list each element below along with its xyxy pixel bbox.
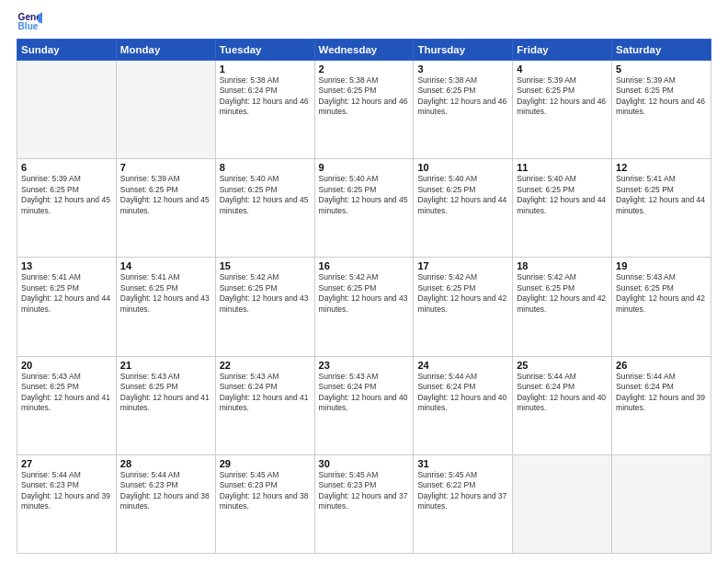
day-detail: Sunrise: 5:42 AM Sunset: 6:25 PM Dayligh… — [517, 272, 608, 315]
day-number: 20 — [21, 360, 112, 371]
day-cell: 22Sunrise: 5:43 AM Sunset: 6:24 PM Dayli… — [215, 356, 314, 454]
day-cell: 11Sunrise: 5:40 AM Sunset: 6:25 PM Dayli… — [513, 159, 612, 258]
day-cell — [116, 61, 215, 159]
day-number: 27 — [21, 458, 112, 469]
day-cell: 1Sunrise: 5:38 AM Sunset: 6:24 PM Daylig… — [215, 61, 314, 159]
day-cell: 19Sunrise: 5:43 AM Sunset: 6:25 PM Dayli… — [612, 258, 711, 356]
day-detail: Sunrise: 5:45 AM Sunset: 6:22 PM Dayligh… — [417, 470, 508, 512]
calendar-table: SundayMondayTuesdayWednesdayThursdayFrid… — [17, 39, 711, 554]
day-detail: Sunrise: 5:43 AM Sunset: 6:25 PM Dayligh… — [21, 372, 112, 414]
day-number: 4 — [517, 63, 608, 75]
day-number: 25 — [517, 360, 608, 371]
day-cell: 3Sunrise: 5:38 AM Sunset: 6:25 PM Daylig… — [414, 61, 513, 159]
day-cell: 15Sunrise: 5:42 AM Sunset: 6:25 PM Dayli… — [215, 258, 314, 356]
day-cell: 17Sunrise: 5:42 AM Sunset: 6:25 PM Dayli… — [414, 258, 513, 356]
day-number: 22 — [220, 360, 311, 371]
day-cell: 5Sunrise: 5:39 AM Sunset: 6:25 PM Daylig… — [612, 61, 711, 159]
day-detail: Sunrise: 5:38 AM Sunset: 6:25 PM Dayligh… — [417, 75, 508, 118]
day-number: 2 — [319, 63, 410, 75]
day-cell: 18Sunrise: 5:42 AM Sunset: 6:25 PM Dayli… — [513, 258, 612, 356]
day-number: 17 — [417, 260, 508, 271]
day-number: 31 — [417, 458, 508, 469]
day-detail: Sunrise: 5:44 AM Sunset: 6:23 PM Dayligh… — [120, 470, 211, 512]
day-detail: Sunrise: 5:41 AM Sunset: 6:25 PM Dayligh… — [616, 174, 707, 216]
day-detail: Sunrise: 5:44 AM Sunset: 6:24 PM Dayligh… — [616, 372, 707, 414]
day-detail: Sunrise: 5:42 AM Sunset: 6:25 PM Dayligh… — [417, 272, 508, 315]
weekday-header-tuesday: Tuesday — [215, 40, 314, 61]
day-cell: 21Sunrise: 5:43 AM Sunset: 6:25 PM Dayli… — [116, 356, 215, 454]
weekday-header-sunday: Sunday — [17, 40, 117, 61]
day-detail: Sunrise: 5:39 AM Sunset: 6:25 PM Dayligh… — [517, 75, 608, 118]
day-detail: Sunrise: 5:45 AM Sunset: 6:23 PM Dayligh… — [319, 470, 410, 512]
day-detail: Sunrise: 5:40 AM Sunset: 6:25 PM Dayligh… — [517, 174, 608, 216]
day-cell — [17, 61, 117, 159]
day-cell: 8Sunrise: 5:40 AM Sunset: 6:25 PM Daylig… — [215, 159, 314, 258]
day-detail: Sunrise: 5:43 AM Sunset: 6:24 PM Dayligh… — [319, 372, 410, 414]
day-number: 1 — [220, 63, 311, 75]
week-row-1: 1Sunrise: 5:38 AM Sunset: 6:24 PM Daylig… — [17, 61, 711, 159]
day-detail: Sunrise: 5:39 AM Sunset: 6:25 PM Dayligh… — [120, 174, 211, 216]
day-number: 14 — [120, 260, 211, 271]
day-detail: Sunrise: 5:44 AM Sunset: 6:23 PM Dayligh… — [21, 470, 112, 512]
day-cell: 30Sunrise: 5:45 AM Sunset: 6:23 PM Dayli… — [314, 454, 414, 553]
day-cell: 29Sunrise: 5:45 AM Sunset: 6:23 PM Dayli… — [215, 454, 314, 553]
day-detail: Sunrise: 5:38 AM Sunset: 6:25 PM Dayligh… — [319, 75, 410, 118]
day-cell: 13Sunrise: 5:41 AM Sunset: 6:25 PM Dayli… — [17, 258, 117, 356]
day-cell: 26Sunrise: 5:44 AM Sunset: 6:24 PM Dayli… — [612, 356, 711, 454]
weekday-header-monday: Monday — [116, 40, 215, 61]
day-detail: Sunrise: 5:43 AM Sunset: 6:25 PM Dayligh… — [120, 372, 211, 414]
day-number: 26 — [616, 360, 707, 371]
day-detail: Sunrise: 5:41 AM Sunset: 6:25 PM Dayligh… — [21, 272, 112, 315]
weekday-header-thursday: Thursday — [414, 40, 513, 61]
day-cell: 24Sunrise: 5:44 AM Sunset: 6:24 PM Dayli… — [414, 356, 513, 454]
day-number: 9 — [319, 162, 410, 173]
day-detail: Sunrise: 5:42 AM Sunset: 6:25 PM Dayligh… — [220, 272, 311, 315]
day-detail: Sunrise: 5:41 AM Sunset: 6:25 PM Dayligh… — [120, 272, 211, 315]
logo-icon: General Blue — [17, 9, 42, 35]
day-cell — [513, 454, 612, 553]
day-cell: 27Sunrise: 5:44 AM Sunset: 6:23 PM Dayli… — [17, 454, 117, 553]
day-cell — [612, 454, 711, 553]
day-cell: 2Sunrise: 5:38 AM Sunset: 6:25 PM Daylig… — [314, 61, 414, 159]
day-number: 23 — [319, 360, 410, 371]
day-cell: 9Sunrise: 5:40 AM Sunset: 6:25 PM Daylig… — [314, 159, 414, 258]
day-detail: Sunrise: 5:40 AM Sunset: 6:25 PM Dayligh… — [220, 174, 311, 216]
day-number: 10 — [417, 162, 508, 173]
day-cell: 14Sunrise: 5:41 AM Sunset: 6:25 PM Dayli… — [116, 258, 215, 356]
weekday-header-friday: Friday — [513, 40, 612, 61]
day-number: 30 — [319, 458, 410, 469]
day-cell: 23Sunrise: 5:43 AM Sunset: 6:24 PM Dayli… — [314, 356, 414, 454]
day-detail: Sunrise: 5:42 AM Sunset: 6:25 PM Dayligh… — [319, 272, 410, 315]
day-number: 16 — [319, 260, 410, 271]
day-number: 28 — [120, 458, 211, 469]
day-cell: 12Sunrise: 5:41 AM Sunset: 6:25 PM Dayli… — [612, 159, 711, 258]
week-row-4: 20Sunrise: 5:43 AM Sunset: 6:25 PM Dayli… — [17, 356, 711, 454]
day-detail: Sunrise: 5:44 AM Sunset: 6:24 PM Dayligh… — [417, 372, 508, 414]
svg-text:Blue: Blue — [18, 21, 39, 31]
day-number: 7 — [120, 162, 211, 173]
logo: General Blue — [17, 9, 44, 35]
day-detail: Sunrise: 5:44 AM Sunset: 6:24 PM Dayligh… — [517, 372, 608, 414]
day-cell: 31Sunrise: 5:45 AM Sunset: 6:22 PM Dayli… — [414, 454, 513, 553]
day-number: 19 — [616, 260, 707, 271]
day-cell: 6Sunrise: 5:39 AM Sunset: 6:25 PM Daylig… — [17, 159, 117, 258]
day-detail: Sunrise: 5:45 AM Sunset: 6:23 PM Dayligh… — [220, 470, 311, 512]
day-number: 24 — [417, 360, 508, 371]
week-row-5: 27Sunrise: 5:44 AM Sunset: 6:23 PM Dayli… — [17, 454, 711, 553]
day-number: 21 — [120, 360, 211, 371]
day-cell: 28Sunrise: 5:44 AM Sunset: 6:23 PM Dayli… — [116, 454, 215, 553]
day-cell: 10Sunrise: 5:40 AM Sunset: 6:25 PM Dayli… — [414, 159, 513, 258]
day-cell: 16Sunrise: 5:42 AM Sunset: 6:25 PM Dayli… — [314, 258, 414, 356]
day-detail: Sunrise: 5:43 AM Sunset: 6:24 PM Dayligh… — [220, 372, 311, 414]
day-detail: Sunrise: 5:40 AM Sunset: 6:25 PM Dayligh… — [319, 174, 410, 216]
day-cell: 7Sunrise: 5:39 AM Sunset: 6:25 PM Daylig… — [116, 159, 215, 258]
day-number: 29 — [220, 458, 311, 469]
day-number: 12 — [616, 162, 707, 173]
day-cell: 4Sunrise: 5:39 AM Sunset: 6:25 PM Daylig… — [513, 61, 612, 159]
header: General Blue — [17, 9, 711, 35]
day-detail: Sunrise: 5:39 AM Sunset: 6:25 PM Dayligh… — [21, 174, 112, 216]
day-number: 11 — [517, 162, 608, 173]
weekday-header-wednesday: Wednesday — [314, 40, 414, 61]
day-number: 3 — [417, 63, 508, 75]
day-detail: Sunrise: 5:39 AM Sunset: 6:25 PM Dayligh… — [616, 75, 707, 118]
